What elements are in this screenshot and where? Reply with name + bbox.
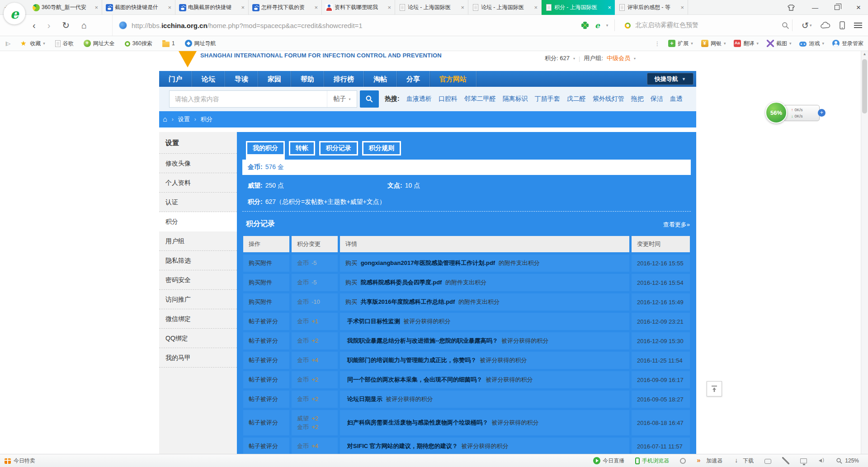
forum-search-input[interactable] [170, 91, 327, 107]
search-type-select[interactable]: 帖子 ▾ [327, 91, 357, 107]
tab-close-icon[interactable]: × [94, 4, 98, 11]
detail-subject-link[interactable]: 妇产科病房需要生活废物与感染性废物两个垃圾桶吗？ [347, 419, 488, 426]
tab-close-icon[interactable]: × [461, 4, 464, 11]
sidebar-item-我的马甲[interactable]: 我的马甲 [159, 348, 237, 368]
view-more-link[interactable]: 查看更多» [663, 221, 690, 229]
hot-keyword-link[interactable]: 血透 [670, 95, 683, 103]
add-widget-button[interactable]: + [818, 109, 826, 117]
refresh-button[interactable]: ↻ [62, 21, 70, 30]
bookmark-item-网址大全[interactable]: 网址大全 [84, 40, 115, 47]
nav-item-分享[interactable]: 分享 [397, 71, 430, 87]
table-row[interactable]: 帖子被评分金币+1手术切口目标性监测 被评分获得的积分2016-12-09 23… [243, 313, 690, 330]
bookmark-item-登录管家[interactable]: 登录管家 [832, 40, 863, 47]
menu-icon[interactable] [854, 23, 862, 28]
table-row[interactable]: 帖子被评分金币+2同一个部位的两次标本采集，会出现不同的细菌吗？ 被评分获得的积… [243, 371, 690, 388]
hot-keyword-link[interactable]: 隔离标识 [503, 95, 528, 103]
forward-button[interactable]: › [47, 21, 51, 30]
bookmark-item-谷歌[interactable]: 谷歌 [55, 40, 74, 47]
detail-subject-link[interactable]: 共享版2016年度院感科工作总结.pdf [361, 298, 455, 305]
memory-percent-ball[interactable]: 56% [765, 102, 787, 123]
sidebar-item-修改头像[interactable]: 修改头像 [159, 154, 237, 173]
detail-subject-link[interactable]: gongxiangban2017年医院感染管理科工作计划.pdf [361, 259, 495, 266]
status-item-125%[interactable]: 125% [836, 458, 859, 464]
quick-nav-button[interactable]: 快捷导航 ▼ [647, 73, 693, 85]
nav-item-门户[interactable]: 门户 [159, 71, 192, 87]
detail-subject-link[interactable]: 同一个部位的两次标本采集，会出现不同的细菌吗？ [347, 376, 482, 383]
detail-subject-link[interactable]: 我院职业暴露总结分析与改进措施--您院的职业暴露高吗？ [347, 337, 498, 344]
nav-item-官方网站[interactable]: 官方网站 [430, 71, 476, 87]
back-to-top-button[interactable] [707, 381, 722, 396]
status-item-下载[interactable]: 下载 [733, 457, 754, 465]
hot-keyword-link[interactable]: 戊二醛 [567, 95, 586, 103]
status-item-今日直播[interactable]: 今日直播 [593, 457, 624, 465]
status-item-monitor[interactable] [800, 458, 807, 463]
phone-connect-icon[interactable] [840, 21, 845, 29]
sidebar-item-微信绑定[interactable]: 微信绑定 [159, 309, 237, 329]
close-button[interactable]: × [853, 3, 864, 12]
network-speed-widget[interactable]: ↑0K/s ↓0K/s 56% + [765, 102, 829, 124]
nav-item-论坛[interactable]: 论坛 [192, 71, 225, 87]
table-row[interactable]: 帖子被评分威望+2金币+2妇产科病房需要生活废物与感染性废物两个垃圾桶吗？ 被评… [243, 410, 690, 435]
user-credit-summary[interactable]: 积分: 627 [545, 54, 570, 62]
detail-subject-link[interactable]: 论坛日期显示 [347, 396, 382, 402]
back-button[interactable]: ‹ [33, 21, 36, 30]
hot-keyword-link[interactable]: 保洁 [651, 95, 663, 103]
home-button[interactable]: ⌂ [81, 21, 87, 30]
nav-item-家园[interactable]: 家园 [258, 71, 291, 87]
credit-dropdown-icon[interactable]: ▾ [573, 57, 575, 61]
undo-closed-tab-button[interactable]: ↺▾ [802, 20, 811, 31]
browser-tab[interactable]: 电脑截屏的快捷键× [175, 0, 249, 15]
scroll-up-arrow-icon[interactable]: ▲ [861, 52, 868, 56]
detail-subject-link[interactable]: 院感科院感科委员会四季度.pdf [361, 279, 442, 286]
credit-tab-转帐[interactable]: 转帐 [289, 141, 315, 156]
hot-keyword-link[interactable]: 紫外线灯管 [593, 95, 624, 103]
status-item-chat[interactable] [764, 458, 771, 464]
credit-tab-我的积分[interactable]: 我的积分 [246, 141, 285, 156]
table-row[interactable]: 帖子被评分金币+2我院职业暴露总结分析与改进措施--您院的职业暴露高吗？ 被评分… [243, 332, 690, 349]
credit-tab-积分规则[interactable]: 积分规则 [362, 141, 401, 156]
table-row[interactable]: 购买附件金币-10购买 共享版2016年度院感科工作总结.pdf 的附件支出积分… [243, 293, 690, 311]
hot-keyword-link[interactable]: 血液透析 [406, 95, 432, 103]
url-dropdown-chevron-icon[interactable]: ▾ [606, 23, 609, 28]
skin-theme-button[interactable] [788, 5, 799, 11]
breadcrumb-item[interactable]: 积分 [201, 116, 212, 123]
hot-keyword-link[interactable]: 拖把 [631, 95, 644, 103]
nav-item-淘帖[interactable]: 淘帖 [364, 71, 397, 87]
nav-item-帮助[interactable]: 帮助 [291, 71, 324, 87]
home-icon[interactable]: ⌂ [163, 115, 167, 123]
forum-search-button[interactable] [360, 90, 379, 108]
browser-tab[interactable]: 评审后的感想 - 等× [615, 0, 688, 15]
bookmark-item-截图[interactable]: 截图▾ [767, 40, 792, 47]
e-reader-mode-icon[interactable]: e [595, 21, 600, 30]
credit-tab-积分记录[interactable]: 积分记录 [319, 141, 358, 156]
browser-tab[interactable]: 资料下载哪里呢我× [322, 0, 395, 15]
sidebar-item-访问推广[interactable]: 访问推广 [159, 290, 237, 309]
sidebar-item-积分[interactable]: 积分 [159, 212, 237, 231]
minimize-button[interactable]: — [809, 4, 821, 11]
bookmark-item-游戏[interactable]: 游戏▾ [799, 40, 824, 47]
hot-keyword-link[interactable]: 邻苯二甲醛 [464, 95, 496, 103]
user-group-value[interactable]: 中级会员 [607, 54, 630, 62]
sidebar-item-隐私筛选[interactable]: 隐私筛选 [159, 251, 237, 270]
tab-close-icon[interactable]: × [241, 4, 245, 11]
nav-item-排行榜[interactable]: 排行榜 [324, 71, 364, 87]
detail-subject-link[interactable]: 对SIFIC 官方网站的建议，期待您的建议？ [347, 443, 458, 449]
table-row[interactable]: 帖子被评分金币+2论坛日期显示 被评分获得的积分2016-09-05 18:27 [243, 391, 690, 408]
sidebar-item-密码安全[interactable]: 密码安全 [159, 270, 237, 290]
table-row[interactable]: 帖子被评分金币+4职能部门的培训能力与管理能力成正比，你赞吗？ 被评分获得的积分… [243, 352, 690, 369]
browser-tab[interactable]: 论坛 - 上海国际医× [468, 0, 542, 15]
group-dropdown-icon[interactable]: ▾ [634, 57, 636, 61]
breadcrumb-item[interactable]: 设置 [178, 116, 190, 123]
table-row[interactable]: 购买附件金币-5购买 gongxiangban2017年医院感染管理科工作计划.… [243, 255, 690, 272]
bookmark-item-收藏[interactable]: 收藏▾ [20, 40, 45, 47]
browser-tab[interactable]: 论坛 - 上海国际医× [395, 0, 468, 15]
scrollbar-thumb[interactable] [862, 59, 867, 113]
browser-tab[interactable]: 积分 - 上海国际医× [542, 0, 615, 15]
status-item-pen[interactable] [782, 457, 789, 464]
table-row[interactable]: 帖子被评分金币+4对SIFIC 官方网站的建议，期待您的建议？ 被评分获得的积分… [243, 438, 690, 454]
status-item-circle[interactable] [680, 458, 686, 464]
tab-close-icon[interactable]: × [680, 4, 684, 11]
page-scrollbar[interactable]: ▲ [861, 51, 868, 454]
cloud-sync-icon[interactable] [821, 22, 830, 29]
nav-item-导读[interactable]: 导读 [225, 71, 258, 87]
